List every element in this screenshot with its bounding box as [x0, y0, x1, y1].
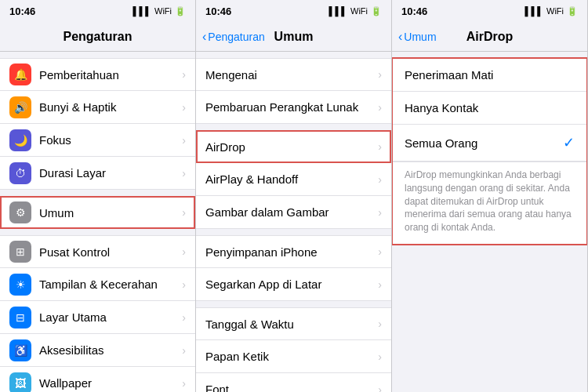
settings-row-durasi[interactable]: ⏱ Durasi Layar › [0, 157, 195, 190]
airplay-chevron: › [378, 173, 382, 186]
umum-icon: ⚙ [9, 201, 31, 223]
settings-row-pusat[interactable]: ⊞ Pusat Kontrol › [0, 235, 195, 268]
pusat-chevron: › [182, 245, 186, 258]
status-time-2: 10:46 [205, 5, 231, 17]
settings-group-1: 🔔 Pemberitahuan › 🔊 Bunyi & Haptik › 🌙 F… [0, 58, 195, 190]
back-chevron-2: ‹ [202, 30, 206, 44]
back-chevron-3: ‹ [398, 30, 402, 44]
tampilan-label: Tampilan & Kecerahan [39, 278, 182, 291]
pembaruan-label: Pembaruan Perangkat Lunak [205, 100, 378, 114]
wifi-icon: WiFi [154, 6, 172, 16]
layar-label: Layar Utama [39, 310, 182, 324]
airdrop-chevron: › [378, 140, 382, 153]
semua-orang-label: Semua Orang [405, 136, 563, 150]
settings-row-umum[interactable]: ⚙ Umum › [0, 196, 195, 229]
nav-bar-1: Pengaturan [0, 22, 195, 52]
airdrop-label: AirDrop [205, 140, 378, 154]
settings-row-segarkan[interactable]: Segarkan App di Latar › [196, 268, 391, 301]
battery-icon: 🔋 [175, 6, 186, 16]
hanya-kontak-label: Hanya Kontak [405, 101, 575, 114]
umum-label: Umum [39, 206, 182, 220]
mengenai-label: Mengenai [205, 68, 378, 82]
durasi-chevron: › [182, 167, 186, 180]
airdrop-option-penerimaan-mati[interactable]: Penerimaan Mati [392, 59, 587, 92]
settings-group-2: ⚙ Umum › [0, 196, 195, 229]
battery-icon-2: 🔋 [371, 6, 382, 16]
wifi-icon-3: WiFi [546, 6, 564, 16]
panel-airdrop: 10:46 ▌▌▌ WiFi 🔋 ‹ Umum AirDrop Penerima… [392, 0, 588, 392]
settings-row-tanggal[interactable]: Tanggal & Waktu › [196, 307, 391, 340]
segarkan-chevron: › [378, 278, 382, 291]
settings-row-tampilan[interactable]: ☀ Tampilan & Kecerahan › [0, 268, 195, 301]
umum-chevron: › [182, 206, 186, 219]
panel1-title: Pengaturan [63, 30, 132, 44]
settings-row-pemberitahuan[interactable]: 🔔 Pemberitahuan › [0, 58, 195, 91]
airdrop-description: AirDrop memungkinkan Anda berbagi langsu… [392, 162, 587, 244]
bunyi-icon: 🔊 [9, 96, 31, 118]
panel3-content[interactable]: Penerimaan Mati Hanya Kontak Semua Orang… [392, 52, 587, 392]
umum-group-2: AirDrop › AirPlay & Handoff › Gambar dal… [196, 130, 391, 229]
font-chevron: › [378, 383, 382, 393]
panel3-title: AirDrop [466, 30, 514, 44]
back-label-3: Umum [404, 31, 436, 43]
aksesibilitas-label: Aksesibilitas [39, 343, 182, 357]
airdrop-option-semua-orang[interactable]: Semua Orang ✓ [392, 125, 587, 162]
back-label-2: Pengaturan [208, 31, 264, 43]
settings-row-airplay[interactable]: AirPlay & Handoff › [196, 163, 391, 196]
aksesibilitas-icon: ♿ [9, 339, 31, 361]
panel-umum: 10:46 ▌▌▌ WiFi 🔋 ‹ Pengaturan Umum Menge… [196, 0, 392, 392]
nav-bar-3: ‹ Umum AirDrop [392, 22, 587, 52]
settings-row-airdrop[interactable]: AirDrop › [196, 130, 391, 163]
fokus-chevron: › [182, 134, 186, 147]
umum-group-4: Tanggal & Waktu › Papan Ketik › Font › B… [196, 307, 391, 392]
settings-row-penyimpanan[interactable]: Penyimpanan iPhone › [196, 235, 391, 268]
semua-orang-checkmark: ✓ [563, 134, 575, 151]
font-label: Font [205, 383, 378, 392]
nav-bar-2: ‹ Pengaturan Umum [196, 22, 391, 52]
panel-pengaturan: 10:46 ▌▌▌ WiFi 🔋 Pengaturan 🔔 Pemberitah… [0, 0, 196, 392]
pembaruan-chevron: › [378, 101, 382, 114]
airplay-label: AirPlay & Handoff [205, 172, 378, 186]
pemberitahuan-label: Pemberitahuan [39, 68, 182, 82]
panel1-content[interactable]: 🔔 Pemberitahuan › 🔊 Bunyi & Haptik › 🌙 F… [0, 52, 195, 392]
durasi-icon: ⏱ [9, 162, 31, 184]
tampilan-chevron: › [182, 278, 186, 291]
status-time-1: 10:46 [9, 5, 35, 17]
tampilan-icon: ☀ [9, 274, 31, 296]
fokus-label: Fokus [39, 133, 182, 147]
aksesibilitas-chevron: › [182, 344, 186, 357]
settings-row-aksesibilitas[interactable]: ♿ Aksesibilitas › [0, 334, 195, 367]
signal-icon-2: ▌▌▌ [329, 6, 347, 16]
settings-row-font[interactable]: Font › [196, 373, 391, 392]
pusat-icon: ⊞ [9, 241, 31, 263]
fokus-icon: 🌙 [9, 129, 31, 151]
papan-chevron: › [378, 350, 382, 363]
status-time-3: 10:46 [401, 5, 427, 17]
settings-row-papan[interactable]: Papan Ketik › [196, 340, 391, 373]
settings-row-mengenai[interactable]: Mengenai › [196, 58, 391, 91]
status-icons-3: ▌▌▌ WiFi 🔋 [525, 6, 578, 16]
settings-group-3: ⊞ Pusat Kontrol › ☀ Tampilan & Kecerahan… [0, 235, 195, 392]
umum-group-3: Penyimpanan iPhone › Segarkan App di Lat… [196, 235, 391, 301]
penerimaan-mati-label: Penerimaan Mati [405, 68, 575, 82]
signal-icon: ▌▌▌ [133, 6, 151, 16]
back-button-pengaturan[interactable]: ‹ Pengaturan [202, 30, 265, 44]
settings-row-pembaruan[interactable]: Pembaruan Perangkat Lunak › [196, 91, 391, 124]
status-icons-1: ▌▌▌ WiFi 🔋 [133, 6, 186, 16]
status-bar-3: 10:46 ▌▌▌ WiFi 🔋 [392, 0, 587, 22]
tanggal-label: Tanggal & Waktu [205, 318, 378, 331]
settings-row-wallpaper[interactable]: 🖼 Wallpaper › [0, 367, 195, 392]
settings-row-bunyi[interactable]: 🔊 Bunyi & Haptik › [0, 91, 195, 124]
pemberitahuan-icon: 🔔 [9, 64, 31, 85]
durasi-label: Durasi Layar [39, 166, 182, 180]
panel2-title: Umum [274, 30, 314, 44]
wallpaper-label: Wallpaper [39, 376, 182, 390]
papan-label: Papan Ketik [205, 350, 378, 363]
settings-row-fokus[interactable]: 🌙 Fokus › [0, 124, 195, 157]
settings-row-layar[interactable]: ⊟ Layar Utama › [0, 301, 195, 334]
gambar-label: Gambar dalam Gambar [205, 205, 378, 219]
settings-row-gambar[interactable]: Gambar dalam Gambar › [196, 196, 391, 229]
panel2-content[interactable]: Mengenai › Pembaruan Perangkat Lunak › A… [196, 52, 391, 392]
back-button-umum[interactable]: ‹ Umum [398, 30, 437, 44]
airdrop-option-hanya-kontak[interactable]: Hanya Kontak [392, 92, 587, 125]
